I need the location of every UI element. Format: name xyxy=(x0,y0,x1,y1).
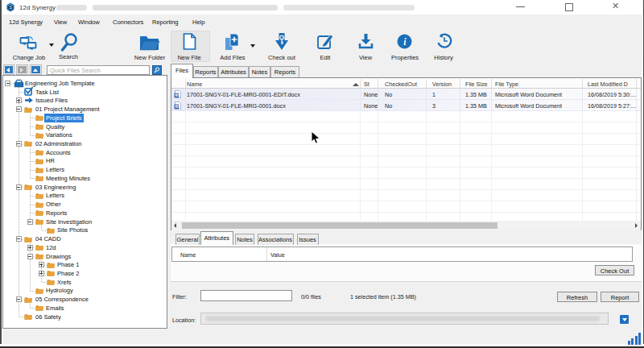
svg-text:S: S xyxy=(9,5,12,10)
